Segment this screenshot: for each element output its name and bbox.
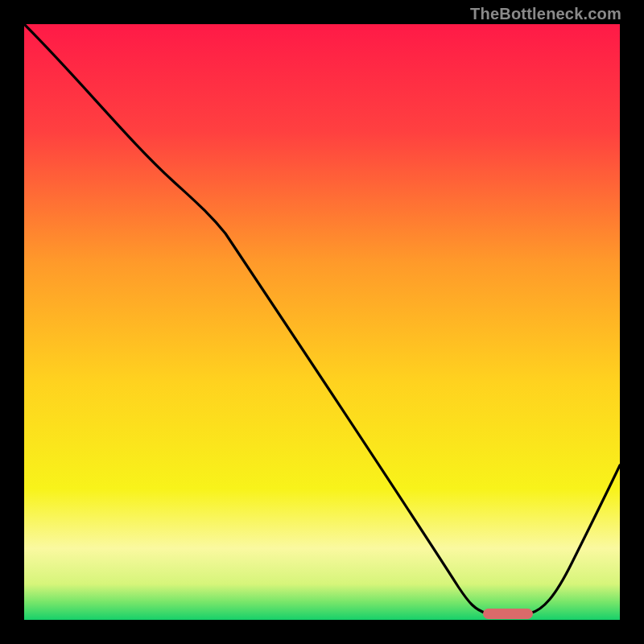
optimal-marker (483, 609, 533, 619)
heat-gradient-background (24, 24, 620, 620)
chart-frame: TheBottleneck.com (0, 0, 644, 644)
watermark-text: TheBottleneck.com (470, 5, 621, 23)
bottleneck-plot (24, 24, 620, 620)
